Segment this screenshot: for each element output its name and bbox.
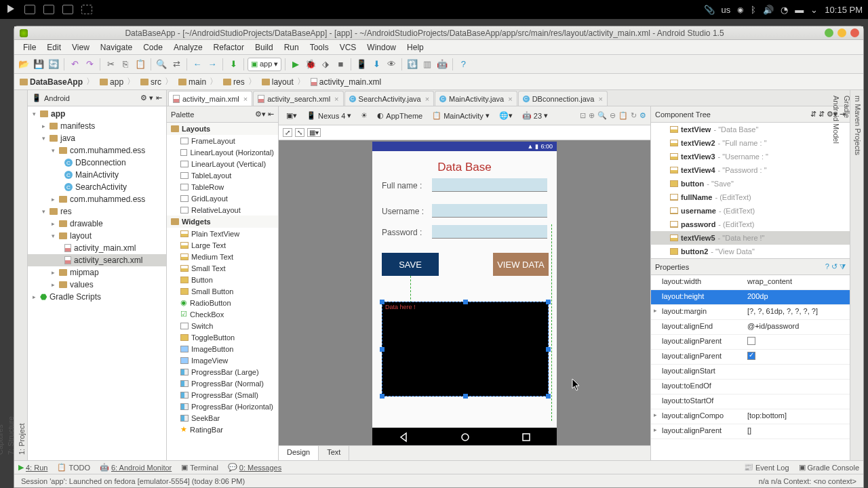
theme-dropdown-2[interactable]: ◐ AppTheme: [374, 110, 426, 121]
crumb-main[interactable]: main〉: [176, 76, 220, 87]
keyboard-lang[interactable]: us: [722, 5, 731, 15]
volume-icon[interactable]: 🔊: [763, 5, 774, 15]
bottom-eventlog[interactable]: 📰Event Log: [744, 463, 789, 472]
tab-dbconnection[interactable]: CDBconnection.java×: [518, 91, 608, 106]
menu-window[interactable]: Window: [362, 41, 401, 54]
strip-project[interactable]: 1: Project: [16, 90, 27, 460]
sdk-icon[interactable]: ⬇: [370, 58, 383, 71]
project-settings-icon[interactable]: ⚙ ▾: [140, 94, 153, 102]
undo-icon[interactable]: ↶: [68, 58, 81, 71]
cut-icon[interactable]: ✂: [104, 58, 117, 71]
menu-navigate[interactable]: Navigate: [96, 41, 137, 54]
crumb-app[interactable]: app〉: [97, 76, 138, 87]
redo-icon[interactable]: ↷: [83, 58, 96, 71]
property-row[interactable]: ▸layout:alignCompo[top:bottom]: [651, 409, 850, 424]
crumb-src[interactable]: src〉: [138, 76, 176, 87]
run-button[interactable]: ▶: [289, 58, 302, 71]
open-icon[interactable]: 📂: [17, 58, 31, 71]
replace-icon[interactable]: ⇄: [170, 58, 183, 71]
structure-icon[interactable]: ▥: [420, 58, 434, 71]
palette-settings-icon[interactable]: ⚙▾: [255, 110, 266, 118]
api-dropdown[interactable]: 🤖23▾: [519, 110, 551, 121]
window-titlebar[interactable]: DataBaseApp - [~/AndroidStudioProjects/D…: [14, 26, 863, 40]
maximize-button[interactable]: [837, 28, 846, 37]
menu-help[interactable]: Help: [402, 41, 429, 54]
property-row[interactable]: layout:alignParent: [651, 335, 850, 350]
preview-save-button[interactable]: SAVE: [382, 253, 439, 276]
preview-viewdata-button[interactable]: VIEW DATA: [493, 253, 549, 276]
component-tree-item[interactable]: button2 - "View Data": [651, 245, 850, 258]
component-tree-item[interactable]: textView3 - "Username : ": [651, 150, 850, 163]
property-row[interactable]: ▸layout:margin[?, ?, 61dp, ?, ?, ?, ?]: [651, 305, 850, 320]
sync-icon[interactable]: 🔄: [47, 58, 60, 71]
menu-view[interactable]: View: [67, 41, 94, 54]
property-row[interactable]: layout:height200dp: [651, 290, 850, 305]
component-tree-list[interactable]: textView - "Data Base"textView2 - "Full …: [651, 123, 850, 258]
bottom-monitor[interactable]: 🤖6: Android Monitor: [100, 463, 172, 472]
bottom-run[interactable]: ▶4: Run: [18, 463, 47, 472]
expand2-icon[interactable]: ⤡: [295, 128, 304, 137]
tree-expand-icon[interactable]: ⇵: [810, 110, 816, 118]
close-button[interactable]: [850, 28, 859, 37]
paste-icon[interactable]: 📋: [134, 58, 147, 71]
preview-edittext-password[interactable]: [432, 225, 547, 239]
strip-android-model[interactable]: Android Model: [831, 90, 842, 460]
task-window-2[interactable]: [43, 5, 54, 14]
bluetooth-icon[interactable]: ᛒ: [751, 5, 756, 15]
palette-list[interactable]: Layouts FrameLayout LinearLayout (Horizo…: [167, 123, 278, 460]
monitor-icon[interactable]: 👁: [384, 58, 398, 71]
clipboard-icon[interactable]: 📋: [618, 111, 628, 120]
tree-collapse-icon[interactable]: ⇵: [818, 110, 825, 118]
crumb-project[interactable]: DataBaseApp〉: [17, 76, 97, 87]
property-row[interactable]: layout:toStartOf: [651, 394, 850, 409]
strip-captures[interactable]: Captures: [0, 90, 5, 460]
tab-main-activity[interactable]: CMainActivity.java×: [435, 91, 517, 106]
options-icon[interactable]: ⚙: [639, 111, 646, 120]
strip-structure[interactable]: 7: Structure: [5, 90, 16, 460]
property-row[interactable]: layout:alignStart: [651, 365, 850, 380]
run-config-dropdown[interactable]: ▣ app ▾: [248, 58, 281, 71]
bottom-gradle-console[interactable]: ▣Gradle Console: [799, 463, 859, 472]
menu-analyze[interactable]: Analyze: [169, 41, 208, 54]
component-tree-item[interactable]: textView - "Data Base": [651, 123, 850, 136]
design-canvas[interactable]: ▲▮6:00 Data Base Full name : Username : …: [279, 140, 650, 445]
tab-activity-search[interactable]: activity_search.xml×: [253, 91, 343, 106]
menu-tools[interactable]: Tools: [305, 41, 334, 54]
crumb-res[interactable]: res〉: [220, 76, 259, 87]
preview-edittext-fullname[interactable]: [432, 178, 547, 192]
forward-icon[interactable]: →: [205, 58, 219, 71]
text-tab[interactable]: Text: [319, 446, 349, 460]
strip-maven[interactable]: m Maven Projects: [852, 90, 863, 460]
preview-edittext-username[interactable]: [432, 204, 547, 218]
save-icon[interactable]: 💾: [32, 58, 45, 71]
zoom-in-icon[interactable]: ⊕: [589, 111, 595, 120]
project-view-dropdown[interactable]: Android: [44, 94, 70, 102]
collapse-icon[interactable]: ⇤: [156, 94, 162, 102]
property-row[interactable]: layout:alignParent: [651, 350, 850, 365]
stop-icon[interactable]: ■: [334, 58, 347, 71]
battery-icon[interactable]: ▬: [795, 5, 804, 15]
gradle-sync-icon[interactable]: 🔃: [406, 58, 419, 71]
back-icon[interactable]: ←: [191, 58, 204, 71]
task-window-4[interactable]: [81, 5, 92, 14]
property-row[interactable]: layout:alignEnd@+id/password: [651, 320, 850, 335]
component-tree-item[interactable]: button - "Save": [651, 177, 850, 190]
locale-dropdown[interactable]: 🌐▾: [496, 110, 516, 121]
property-row[interactable]: layout:toEndOf: [651, 380, 850, 394]
activities-icon[interactable]: [5, 3, 16, 16]
debug-button[interactable]: 🐞: [304, 58, 317, 71]
zoom-fit-icon[interactable]: ⊡: [580, 111, 586, 120]
props-help-icon[interactable]: ?: [825, 262, 829, 270]
grid-icon[interactable]: ▦▾: [307, 128, 321, 137]
copy-icon[interactable]: ⎘: [119, 58, 132, 71]
palette-collapse-icon[interactable]: ⇤: [268, 110, 274, 118]
find-icon[interactable]: 🔍: [155, 58, 168, 71]
wifi-icon[interactable]: ◔: [781, 5, 788, 15]
bottom-messages[interactable]: 💬0: Messages: [228, 463, 281, 472]
component-tree-item[interactable]: username - (EditText): [651, 204, 850, 218]
menu-code[interactable]: Code: [138, 41, 167, 54]
menu-file[interactable]: File: [18, 41, 41, 54]
component-tree-item[interactable]: fullName - (EditText): [651, 190, 850, 204]
theme-dropdown[interactable]: ☀: [357, 110, 371, 121]
task-window-3[interactable]: [62, 5, 73, 14]
